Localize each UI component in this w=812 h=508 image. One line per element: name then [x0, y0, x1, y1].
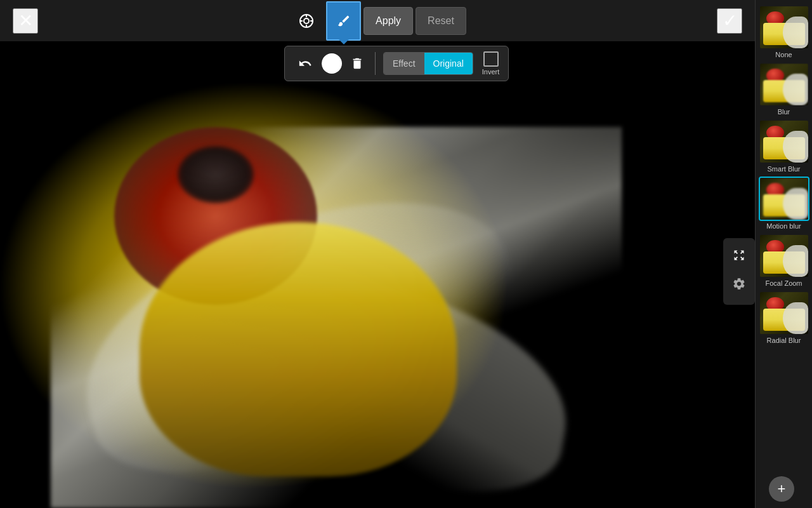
effect-label-smart-blur: Smart Blur [768, 165, 801, 174]
gear-icon [732, 277, 746, 291]
effect-label-none: None [775, 51, 792, 60]
target-icon [299, 13, 314, 29]
flower-center [140, 222, 457, 476]
effect-thumb-none [759, 5, 809, 50]
effect-item-none[interactable]: None [757, 5, 811, 60]
effect-thumb-focal-zoom [759, 234, 809, 278]
effect-toggle-button[interactable]: Effect [384, 53, 424, 74]
effect-thumb-radial-blur [759, 291, 809, 335]
effects-sidebar: None Blur Smart Blur [755, 0, 812, 508]
brush-icon [337, 14, 351, 28]
effect-preview-smart-blur [760, 121, 808, 163]
invert-button[interactable]: Invert [482, 51, 500, 76]
thumb-petal-focal [783, 245, 808, 277]
effect-label-radial-blur: Radial Blur [767, 337, 801, 345]
toolbar-divider [375, 52, 376, 75]
close-button[interactable]: ✕ [13, 8, 38, 34]
effect-item-focal-zoom[interactable]: Focal Zoom [757, 234, 811, 288]
thumb-petal [783, 17, 808, 48]
undo-button[interactable] [294, 52, 317, 75]
target-tool-button[interactable] [289, 3, 324, 38]
effect-original-toggle: Effect Original [383, 52, 473, 75]
effect-label-focal-zoom: Focal Zoom [765, 279, 802, 288]
brush-tool-button[interactable] [326, 1, 361, 41]
invert-label: Invert [482, 68, 500, 76]
effect-preview-motion-blur [760, 178, 808, 220]
effect-preview-blur [760, 64, 808, 105]
settings-gear-button[interactable] [732, 277, 746, 294]
effect-label-motion-blur: Motion blur [766, 222, 801, 231]
expand-button[interactable] [733, 249, 745, 265]
thumb-petal-blur [783, 74, 808, 105]
effect-item-radial-blur[interactable]: Radial Blur [757, 291, 811, 345]
thumb-petal-smart [783, 131, 808, 163]
effect-thumb-blur [759, 62, 809, 107]
invert-icon [483, 51, 499, 67]
brush-size-indicator[interactable] [322, 53, 342, 74]
ladybug-head [178, 146, 254, 203]
effect-preview-radial-blur [760, 292, 808, 334]
reset-button[interactable]: Reset [416, 7, 466, 35]
effect-item-blur[interactable]: Blur [757, 62, 811, 117]
settings-panel [723, 238, 755, 305]
delete-button[interactable] [347, 53, 367, 74]
secondary-toolbar: Effect Original Invert [284, 46, 509, 81]
effect-label-blur: Blur [778, 108, 790, 117]
thumb-petal-radial [783, 302, 808, 334]
confirm-button[interactable]: ✓ [717, 8, 742, 34]
svg-point-1 [304, 18, 309, 23]
apply-button[interactable]: Apply [363, 7, 413, 35]
thumb-petal-motion [783, 188, 808, 220]
toolbar-center-group: Apply Reset [289, 1, 466, 41]
effect-preview-focal-zoom [760, 235, 808, 277]
effect-item-smart-blur[interactable]: Smart Blur [757, 119, 811, 174]
add-effect-button[interactable]: + [769, 476, 794, 502]
top-toolbar: ✕ Apply Reset ✓ [0, 0, 755, 41]
original-toggle-button[interactable]: Original [424, 53, 473, 74]
trash-icon [350, 57, 364, 70]
effect-preview-none [760, 6, 808, 48]
effect-thumb-motion-blur [759, 177, 809, 221]
expand-icon [733, 249, 745, 262]
undo-icon [298, 57, 312, 70]
effect-thumb-smart-blur [759, 119, 809, 164]
effect-item-motion-blur[interactable]: Motion blur [757, 177, 811, 231]
